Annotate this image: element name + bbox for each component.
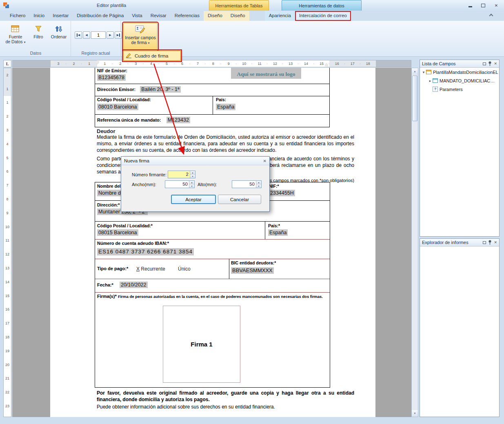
tab-referencias[interactable]: Referencias (171, 11, 204, 21)
tree-item-mandato-domiciliac-[interactable]: ▸MANDATO_DOMICILIAC… (420, 76, 499, 85)
insert-signature-fields-button[interactable]: Insertar campos de firma ▾ (123, 23, 158, 50)
tree-chevron-expanded-icon[interactable]: ▾ (421, 70, 426, 74)
bic-field[interactable]: BBVAESMMXXX (231, 267, 274, 274)
last-record-button[interactable]: ▶ (115, 31, 122, 39)
fecha-field[interactable]: 20/10/2022 (120, 282, 148, 288)
dialog-title-bar[interactable]: Nueva firma ✕ (121, 157, 269, 165)
tipo-pago-unico[interactable]: Único (178, 266, 191, 272)
title-bar: Editor plantilla Herramientas de Tablas … (0, 0, 504, 11)
numero-firmante-input[interactable]: 2 ▲ ▼ (168, 171, 195, 178)
maximize-panel-icon[interactable] (483, 62, 486, 65)
close-button[interactable]: ✕ (491, 2, 502, 9)
pais-emisor-field[interactable]: España (216, 104, 235, 110)
tree-item-label: MANDATO_DOMICILIAC… (440, 78, 495, 83)
h-ruler-number: 17 (345, 60, 360, 67)
ancho-input[interactable]: 50 ▲ ▼ (165, 180, 195, 188)
nif-emisor-field[interactable]: B12345678 (97, 74, 126, 81)
dropdown-caret-icon: ▾ (24, 40, 25, 44)
collapse-ribbon-button[interactable] (490, 14, 493, 18)
cp-deudor-field[interactable]: 08015 Barcelona (97, 229, 138, 236)
aceptar-button[interactable]: Aceptar (171, 195, 216, 204)
numero-firmante-spinner[interactable]: ▲ ▼ (190, 171, 195, 178)
scroll-down-button[interactable]: ▼ (412, 410, 418, 417)
restore-button[interactable] (478, 2, 488, 9)
footer-bold-text: Por favor, devuelva este original firmad… (97, 390, 354, 403)
direccion-emisor-field[interactable]: Bailén 20, 3º - 1ª (140, 86, 180, 93)
spin-down-icon: ▼ (190, 174, 195, 178)
fields-tree: ▾PlantillaMandatoDomiciliacionEL▸MANDATO… (420, 68, 499, 93)
spin-down-icon: ▼ (256, 184, 261, 188)
tree-chevron-collapsed-icon[interactable]: ▸ (428, 79, 433, 83)
tab-diseño[interactable]: Diseño (204, 11, 226, 21)
next-record-button[interactable]: ▶ (107, 31, 114, 39)
first-record-button[interactable]: ◀ (75, 31, 82, 39)
data-source-label-line2: de Datos ▾ (6, 39, 26, 45)
alto-label: Alto(mm): (198, 182, 217, 187)
tab-intercalación-de-correo[interactable]: Intercalación de correo (295, 11, 351, 21)
spin-up-icon: ▲ (189, 181, 194, 184)
cp-emisor-field[interactable]: 08010 Barcelona (97, 104, 138, 110)
vertical-ruler[interactable]: 211234567891011121314151617181920212223 (3, 68, 11, 417)
tab-apariencia[interactable]: Apariencia (265, 11, 295, 21)
direccion-emisor-label: Dirección Emisor: (97, 87, 135, 92)
tab-fichero[interactable]: Fichero (6, 11, 29, 21)
maximize-panel-icon[interactable] (483, 241, 486, 244)
pais-deudor-field[interactable]: España (268, 229, 288, 236)
tab-inicio[interactable]: Inicio (29, 11, 49, 21)
tree-item-parameters[interactable]: ?Parameters (420, 85, 499, 93)
scroll-up-button[interactable]: ▲ (412, 68, 418, 75)
v-ruler-number: 9 (4, 206, 11, 220)
numero-firmante-value: 2 (168, 171, 190, 178)
filter-button[interactable]: Filtro (29, 22, 47, 51)
menu-item-cuadro-de-firma[interactable]: Cuadro de firma (123, 51, 181, 61)
h-ruler-number: 14 (298, 60, 314, 67)
contextual-tab-group-tables[interactable]: Herramientas de Tablas (209, 0, 269, 11)
tab-revisar[interactable]: Revisar (147, 11, 171, 21)
report-explorer-header[interactable]: Explorador de informes ✕ (420, 239, 499, 246)
menu-item-label: Cuadro de firma (135, 53, 168, 58)
sort-button[interactable]: Ordenar (48, 22, 69, 51)
tab-selector-box[interactable]: L (3, 60, 11, 67)
close-panel-icon[interactable]: ✕ (494, 62, 497, 66)
contextual-tab-group-data[interactable]: Herramientas de datos (282, 0, 362, 11)
tree-item-plantillamandatodomiciliacionel[interactable]: ▾PlantillaMandatoDomiciliacionEL (420, 68, 499, 76)
nif-emisor-label: NIF de Emisor: (97, 68, 127, 73)
previous-record-button[interactable]: ◀ (83, 31, 90, 39)
ancho-spinner[interactable]: ▲ ▼ (189, 181, 194, 188)
pin-icon[interactable] (488, 61, 492, 66)
signature-box-firma-1[interactable]: Firma 1 (163, 306, 240, 383)
deudor-heading: Deudor (97, 128, 115, 134)
v-ruler-number: 19 (4, 344, 11, 358)
v-ruler-number: 23 (4, 399, 11, 413)
minimize-button[interactable] (465, 2, 475, 9)
pin-icon[interactable] (488, 240, 492, 245)
scrollbar-thumb[interactable] (412, 75, 417, 121)
field-list-header[interactable]: Lista de Campos ✕ (420, 60, 499, 68)
tab-insertar[interactable]: Insertar (49, 11, 73, 21)
tab-diseño[interactable]: Diseño (226, 11, 249, 21)
h-ruler-number: 7 (190, 60, 205, 67)
horizontal-ruler[interactable]: 321123456789101112131415161718 (12, 60, 411, 67)
alto-input[interactable]: 50 ▲ ▼ (232, 180, 262, 188)
alto-spinner[interactable]: ▲ ▼ (256, 181, 261, 188)
report-explorer-panel: Explorador de informes ✕ (420, 238, 500, 417)
cancelar-button[interactable]: Cancelar (218, 195, 261, 204)
next-record-icon: ▶ (109, 33, 111, 37)
tab-vista[interactable]: Vista (128, 11, 146, 21)
dialog-close-button[interactable]: ✕ (263, 159, 266, 163)
document-page[interactable]: NIF de Emisor: B12345678 Aquí se mostrar… (50, 68, 375, 417)
close-panel-icon[interactable]: ✕ (494, 241, 497, 244)
tab-distribución-de-página[interactable]: Distribución de Página (73, 11, 128, 21)
dropdown-caret-icon: ▾ (148, 41, 149, 45)
group-label-datos: Datos (1, 51, 71, 55)
tipo-pago-recurrente[interactable]: X Recurrente (136, 266, 165, 272)
h-ruler-number: 10 (236, 60, 252, 67)
referencia-field[interactable]: M123432 (167, 117, 190, 123)
record-number-input[interactable] (91, 31, 106, 39)
vertical-scrollbar[interactable]: ▲ ▼ (411, 68, 418, 417)
data-source-button[interactable]: Fuente de Datos ▾ (3, 22, 28, 51)
nif-deudor-field[interactable]: 2334455H (269, 190, 295, 196)
iban-field[interactable]: ES16 0487 3737 6266 6871 3854 (97, 248, 194, 255)
data-source-icon (11, 24, 20, 34)
logo-placeholder[interactable]: Aquí se mostrará su logo (231, 68, 301, 79)
